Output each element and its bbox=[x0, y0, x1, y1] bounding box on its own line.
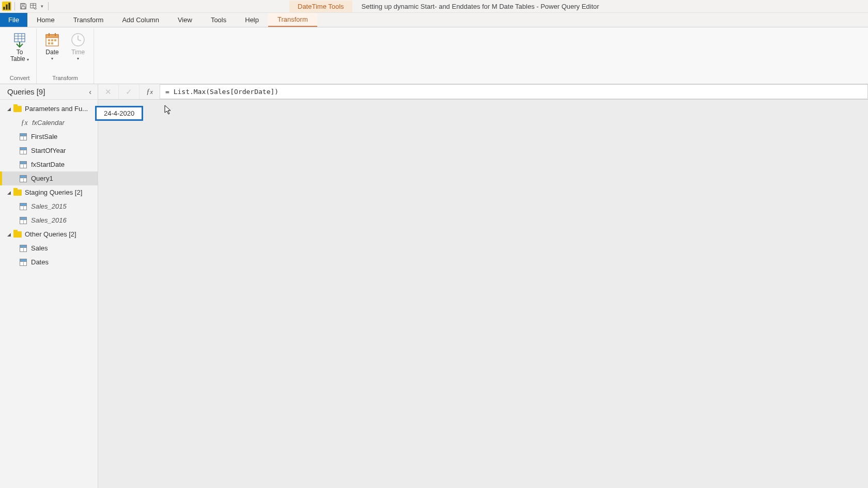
table-icon bbox=[20, 217, 27, 224]
tab-file[interactable]: File bbox=[0, 13, 27, 27]
query-item[interactable]: Query1 bbox=[0, 171, 98, 185]
cancel-formula-button[interactable]: ✕ bbox=[98, 84, 119, 99]
chevron-down-icon: ▾ bbox=[51, 56, 53, 61]
query-item-label: Sales bbox=[31, 244, 48, 252]
queries-tree: ◢Parameters and Fu...ƒxfxCalendarFirstSa… bbox=[0, 100, 98, 271]
qat-customize[interactable]: ▾ bbox=[39, 1, 45, 11]
chevron-down-icon: ▾ bbox=[77, 56, 79, 61]
tab-home[interactable]: Home bbox=[27, 13, 64, 27]
table-icon bbox=[20, 259, 27, 266]
svg-rect-14 bbox=[46, 35, 58, 38]
date-button[interactable]: Date ▾ bbox=[40, 29, 65, 63]
ribbon-body: To Table ▾ Convert Date ▾ Time ▾ Transfo… bbox=[0, 27, 868, 84]
table-icon bbox=[20, 175, 27, 182]
document-title: Setting up dynamic Start- and Enddates f… bbox=[362, 3, 599, 10]
clock-icon bbox=[70, 32, 86, 48]
table-qat-button[interactable] bbox=[28, 1, 39, 11]
to-table-label: To Table ▾ bbox=[10, 49, 29, 62]
queries-group[interactable]: ◢Other Queries [2] bbox=[0, 227, 98, 241]
queries-group[interactable]: ◢Staging Queries [2] bbox=[0, 185, 98, 199]
cursor-icon bbox=[164, 105, 173, 118]
table-icon bbox=[20, 133, 27, 140]
query-item[interactable]: Sales_2015 bbox=[0, 199, 98, 213]
query-item-label: fxStartDate bbox=[31, 161, 65, 168]
confirm-formula-button[interactable]: ✓ bbox=[119, 84, 140, 99]
query-item-label: Query1 bbox=[31, 175, 53, 182]
folder-icon bbox=[13, 231, 22, 238]
svg-rect-19 bbox=[54, 39, 56, 41]
ribbon-group-label-convert: Convert bbox=[10, 74, 30, 83]
query-item-label: StartOfYear bbox=[31, 147, 66, 154]
editor-area: ✕ ✓ ƒx 24-4-2020 bbox=[98, 84, 868, 488]
query-item[interactable]: Dates bbox=[0, 255, 98, 269]
group-label: Staging Queries [2] bbox=[25, 188, 82, 196]
svg-rect-2 bbox=[8, 3, 10, 10]
query-item[interactable]: Sales_2016 bbox=[0, 213, 98, 227]
svg-rect-1 bbox=[6, 5, 7, 10]
expander-icon: ◢ bbox=[7, 190, 12, 195]
tab-help[interactable]: Help bbox=[236, 13, 268, 27]
svg-rect-0 bbox=[3, 7, 5, 10]
queries-header: Queries [9] ‹ bbox=[0, 84, 98, 100]
expander-icon: ◢ bbox=[7, 106, 12, 112]
svg-rect-3 bbox=[22, 4, 24, 6]
date-label: Date bbox=[45, 49, 58, 56]
table-icon bbox=[20, 245, 27, 252]
separator bbox=[48, 2, 49, 10]
queries-group[interactable]: ◢Parameters and Fu... bbox=[0, 102, 98, 116]
group-label: Other Queries [2] bbox=[25, 230, 76, 238]
time-button[interactable]: Time ▾ bbox=[66, 29, 90, 63]
query-item-label: Dates bbox=[31, 258, 49, 266]
table-icon bbox=[20, 203, 27, 210]
folder-icon bbox=[13, 190, 22, 196]
svg-rect-8 bbox=[14, 34, 25, 42]
table-icon bbox=[20, 161, 27, 168]
fx-button[interactable]: ƒx bbox=[140, 84, 160, 99]
svg-rect-18 bbox=[51, 39, 53, 41]
collapse-queries-button[interactable]: ‹ bbox=[87, 87, 94, 97]
to-table-icon bbox=[11, 32, 28, 48]
svg-rect-17 bbox=[48, 39, 50, 41]
query-item-label: Sales_2016 bbox=[31, 216, 67, 224]
queries-panel: Queries [9] ‹ ◢Parameters and Fu...ƒxfxC… bbox=[0, 84, 98, 488]
query-item[interactable]: fxStartDate bbox=[0, 158, 98, 171]
save-button[interactable] bbox=[18, 1, 28, 11]
fx-icon: ƒx bbox=[20, 119, 29, 127]
result-value-cell[interactable]: 24-4-2020 bbox=[95, 106, 143, 121]
query-item-label: Sales_2015 bbox=[31, 202, 67, 210]
tab-tools[interactable]: Tools bbox=[202, 13, 236, 27]
tab-add-column[interactable]: Add Column bbox=[113, 13, 168, 27]
tab-transform[interactable]: Transform bbox=[64, 13, 113, 27]
table-icon bbox=[20, 147, 27, 154]
tab-context-transform[interactable]: Transform bbox=[268, 13, 317, 27]
formula-input[interactable] bbox=[160, 84, 868, 99]
ribbon-group-convert: To Table ▾ Convert bbox=[3, 28, 37, 84]
query-item[interactable]: ƒxfxCalendar bbox=[0, 116, 98, 130]
query-item[interactable]: Sales bbox=[0, 241, 98, 255]
app-icon bbox=[2, 2, 11, 11]
svg-rect-4 bbox=[22, 7, 25, 9]
calendar-icon bbox=[44, 32, 60, 48]
query-item[interactable]: StartOfYear bbox=[0, 144, 98, 158]
group-label: Parameters and Fu... bbox=[25, 105, 88, 113]
main-area: Queries [9] ‹ ◢Parameters and Fu...ƒxfxC… bbox=[0, 84, 868, 488]
tab-view[interactable]: View bbox=[168, 13, 202, 27]
separator bbox=[14, 2, 15, 10]
ribbon-tabs: File Home Transform Add Column View Tool… bbox=[0, 13, 868, 27]
time-label: Time bbox=[71, 49, 85, 56]
title-bar: ▾ DateTime Tools Setting up dynamic Star… bbox=[0, 0, 868, 13]
svg-rect-20 bbox=[48, 42, 50, 44]
svg-rect-21 bbox=[51, 42, 53, 44]
folder-icon bbox=[13, 106, 22, 112]
query-item-label: FirstSale bbox=[31, 133, 57, 140]
to-table-button[interactable]: To Table ▾ bbox=[6, 29, 33, 65]
formula-bar: ✕ ✓ ƒx bbox=[98, 84, 868, 100]
context-tab-label: DateTime Tools bbox=[289, 1, 352, 12]
queries-title: Queries [9] bbox=[7, 87, 45, 96]
ribbon-group-transform: Date ▾ Time ▾ Transform bbox=[37, 28, 94, 84]
query-item-label: fxCalendar bbox=[32, 119, 65, 127]
ribbon-group-label-transform: Transform bbox=[52, 74, 78, 83]
expander-icon: ◢ bbox=[7, 232, 12, 237]
query-item[interactable]: FirstSale bbox=[0, 130, 98, 144]
